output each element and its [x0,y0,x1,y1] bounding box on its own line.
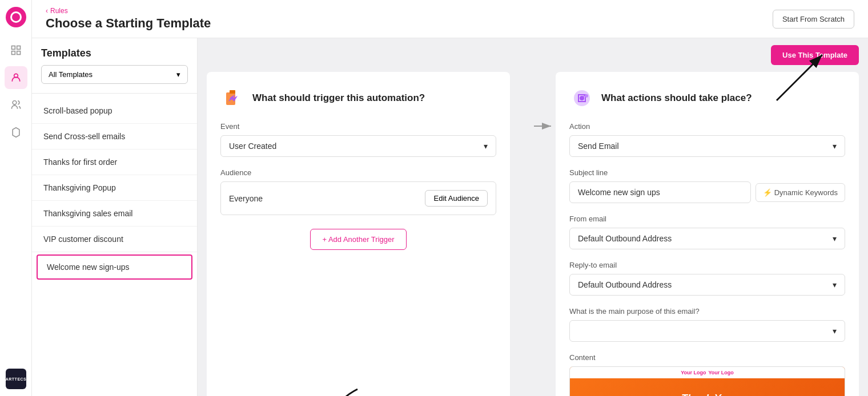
event-label: Event [220,122,496,131]
breadcrumb-text: Rules [50,7,68,15]
purpose-field-group: What is the main purpose of this email? … [569,307,845,342]
arttecs-logo: ARTTECS [6,369,26,389]
svg-rect-2 [11,51,15,55]
analytics-icon [10,45,22,56]
event-value: User Created [229,142,276,151]
reply-to-select[interactable]: Default Outbound Address ▾ [569,274,845,296]
templates-title: Templates [41,47,188,59]
integrations-icon [10,127,22,138]
action-icon-svg [570,87,593,110]
action-field-group: Action Send Email ▾ [569,122,845,157]
svg-rect-3 [17,51,20,55]
app-logo [6,7,26,27]
purpose-label: What is the main purpose of this email? [569,307,845,316]
arrow-connector [533,72,556,396]
svg-point-5 [13,101,17,105]
dynamic-keywords-label: Dynamic Keywords [774,188,838,197]
body-area: Templates All Templates ▾ Scroll-based p… [32,38,868,396]
from-email-select[interactable]: Default Outbound Address ▾ [569,228,845,249]
action-panel: What actions should take place? Action S… [556,72,859,396]
add-trigger-wrap: + Add Another Trigger [220,229,496,250]
action-panel-title: What actions should take place? [601,92,752,104]
chevron-down-icon-event: ▾ [484,142,488,151]
templates-sidebar: Templates All Templates ▾ Scroll-based p… [32,38,198,396]
reply-to-value: Default Outbound Address [578,280,672,289]
main-content: ‹ Rules Choose a Starting Template Start… [32,0,868,396]
from-email-value: Default Outbound Address [578,234,672,243]
chevron-down-icon-purpose: ▾ [833,326,837,336]
page-title: Choose a Starting Template [46,16,211,31]
template-topbar: Use This Template [198,38,868,72]
chevron-down-icon-from: ▾ [833,234,837,243]
nav-analytics[interactable] [5,39,27,62]
content-preview-inner: Your Logo Your Logo Thank You [570,367,845,396]
from-email-label: From email [569,215,845,223]
template-item-scroll-popup[interactable]: Scroll-based popup [32,98,197,124]
event-select[interactable]: User Created ▾ [220,135,496,157]
from-email-field-group: From email Default Outbound Address ▾ [569,215,845,249]
subject-label: Subject line [569,168,845,177]
reply-to-label: Reply-to email [569,261,845,269]
svg-rect-0 [11,46,15,50]
filter-label: All Templates [49,70,93,79]
template-item-thanksgiving-email[interactable]: Thanksgiving sales email [32,201,197,227]
action-icon [569,86,594,111]
subject-field-group: Subject line ⚡ Dynamic Keywords [569,168,845,203]
subject-input[interactable] [569,181,751,203]
action-select[interactable]: Send Email ▾ [569,135,845,157]
content-label: Content [569,353,845,362]
svg-point-13 [585,94,588,98]
event-field-group: Event User Created ▾ [220,122,496,157]
breadcrumb: ‹ Rules [46,7,211,15]
trigger-icon [220,86,246,111]
edit-audience-button[interactable]: Edit Audience [425,190,488,207]
logo-ring [10,11,22,23]
chevron-down-icon-reply: ▾ [833,280,837,289]
content-field-group: Content Your Logo Your Logo Thank You [569,353,845,396]
template-item-cross-sell[interactable]: Send Cross-sell emails [32,124,197,149]
content-preview: Your Logo Your Logo Thank You [569,366,845,396]
trigger-panel-title: What should trigger this automation? [252,92,425,104]
audience-label: Audience [220,168,496,177]
svg-point-12 [580,96,584,100]
reply-to-field-group: Reply-to email Default Outbound Address … [569,261,845,296]
audience-value: Everyone [229,194,263,203]
svg-marker-6 [13,128,19,138]
action-label: Action [569,122,845,131]
templates-header: Templates All Templates ▾ [32,38,197,94]
start-from-scratch-button[interactable]: Start From Scratch [773,10,854,29]
header-left: ‹ Rules Choose a Starting Template [46,7,211,31]
nav-automations[interactable] [5,66,27,89]
subject-row: ⚡ Dynamic Keywords [569,181,845,203]
top-header: ‹ Rules Choose a Starting Template Start… [32,0,868,38]
template-item-thanksgiving-popup[interactable]: Thanksgiving Popup [32,175,197,201]
content-logo-text: Your Logo [681,370,706,375]
template-item-welcome-signups[interactable]: Welcome new sign-ups [37,254,192,280]
audience-icon [10,99,22,111]
action-panel-header: What actions should take place? [569,86,845,111]
trigger-panel-header: What should trigger this automation? [220,86,496,111]
template-content: What should trigger this automation? Eve… [198,72,868,396]
trigger-panel: What should trigger this automation? Eve… [207,72,510,396]
add-another-trigger-button[interactable]: + Add Another Trigger [310,229,406,250]
purpose-select[interactable]: ▾ [569,320,845,342]
action-value: Send Email [578,142,619,151]
dynamic-keywords-button[interactable]: ⚡ Dynamic Keywords [756,183,845,202]
templates-filter-dropdown[interactable]: All Templates ▾ [41,65,188,84]
bolt-icon: ⚡ [763,188,772,197]
audience-field-group: Audience Everyone Edit Audience [220,168,496,215]
content-thank-you: Thank You [681,386,733,397]
nav-audience[interactable] [5,94,27,116]
content-logo-bar: Your Logo Your Logo [570,367,845,378]
svg-rect-8 [230,90,235,94]
template-item-first-order[interactable]: Thanks for first order [32,149,197,175]
chevron-down-icon-action: ▾ [833,142,837,151]
template-item-vip-discount[interactable]: VIP customer discount [32,227,197,252]
audience-box: Everyone Edit Audience [220,181,496,215]
nav-integrations[interactable] [5,121,27,144]
connector-arrow-svg [533,118,556,135]
trigger-icon-svg [222,87,244,110]
use-this-template-button[interactable]: Use This Template [771,45,859,65]
right-panel: Use This Template What should [198,38,868,396]
svg-rect-1 [17,46,20,50]
